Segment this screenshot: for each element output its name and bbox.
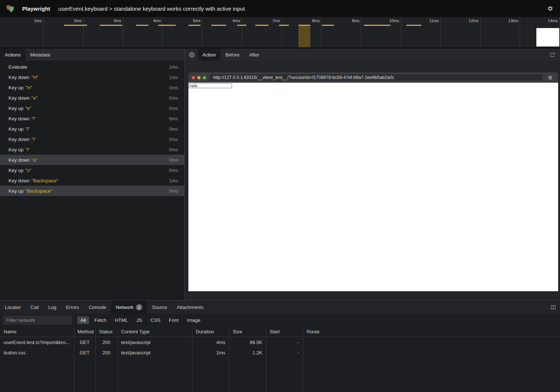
timeline-tick-label: 7ms (258, 18, 280, 23)
tab-action[interactable]: Action (198, 49, 221, 61)
open-snapshot-external-button[interactable] (547, 50, 557, 59)
network-cell: - (266, 350, 303, 355)
filter-chip-fetch[interactable]: Fetch (91, 316, 110, 324)
toggle-layout-button[interactable] (548, 303, 558, 312)
network-table: NameMethodStatusContent TypeDurationSize… (0, 326, 560, 392)
timeline-action-bar[interactable] (188, 25, 201, 26)
action-list-item[interactable]: Key up"l"0ms (0, 144, 184, 155)
action-title: Key up (8, 106, 23, 111)
filter-chip-js[interactable]: JS (133, 316, 145, 324)
filter-chip-html[interactable]: HTML (112, 316, 131, 324)
action-list-item[interactable]: Key up"o"0ms (0, 165, 184, 175)
tab-attachments[interactable]: Attachments (172, 300, 208, 314)
action-duration: 1ms (169, 75, 178, 80)
timeline-tick-label: 12ms (457, 18, 479, 23)
action-duration: 0ms (169, 95, 178, 101)
timeline-action-bar[interactable] (158, 25, 176, 26)
action-list-item[interactable]: Key up"l"0ms (0, 124, 184, 134)
timeline-action-bar[interactable] (406, 25, 421, 26)
network-filter-input[interactable] (3, 316, 72, 325)
film-strip-frame[interactable] (536, 28, 559, 47)
timeline-action-bar[interactable] (237, 25, 246, 26)
tab-console[interactable]: Console (84, 300, 111, 314)
settings-button[interactable] (545, 4, 555, 13)
timeline-action-bar[interactable] (211, 25, 226, 26)
timeline-action-bar[interactable] (64, 25, 87, 26)
timeline-action-bar[interactable] (100, 25, 122, 26)
timeline-tick: 13ms (520, 17, 520, 47)
action-key-value: "o" (25, 168, 31, 173)
action-key-value: "e" (31, 95, 37, 101)
filter-chip-all[interactable]: All (77, 316, 89, 324)
action-list-item[interactable]: Key down"Backspace"1ms (0, 175, 184, 186)
bottom-tab-label: Locator (5, 305, 21, 310)
timeline-action-bar[interactable] (364, 25, 390, 26)
action-list-item[interactable]: Key down"l"0ms (0, 113, 184, 124)
timeline-tick-label: 10ms (377, 18, 399, 23)
action-title: Key up (8, 147, 23, 152)
timeline-action-bar[interactable] (255, 25, 269, 26)
tab-network[interactable]: Network2 (111, 300, 147, 314)
tab-metadata[interactable]: Metadata (25, 49, 55, 61)
action-title: Key down (8, 137, 30, 142)
timeline-tick: 11ms (440, 17, 441, 47)
bottom-tab-label: Network (116, 305, 134, 310)
network-cell: 86.5K (229, 340, 266, 345)
actions-tab-strip: ActionsMetadata (0, 49, 184, 61)
bottom-tab-label: Log (48, 305, 57, 310)
tab-before[interactable]: Before (221, 49, 244, 61)
tab-after[interactable]: After (244, 49, 264, 61)
timeline-tick: 5ms (202, 17, 202, 47)
browser-menu-button (545, 73, 555, 82)
timeline-tick-label: 4ms (139, 18, 161, 23)
action-list-item[interactable]: Key down"o"0ms (0, 155, 184, 165)
timeline-action-bar[interactable] (136, 25, 148, 26)
action-duration: 0ms (169, 85, 178, 90)
action-list-item[interactable]: Evaluate1ms (0, 62, 184, 72)
tab-call[interactable]: Call (25, 300, 43, 314)
network-cell: 4ms (192, 340, 229, 345)
network-cell: 200 (95, 350, 117, 355)
tab-log[interactable]: Log (44, 300, 61, 314)
tab-errors[interactable]: Errors (61, 300, 83, 314)
tab-actions[interactable]: Actions (0, 49, 25, 61)
action-duration: 0ms (169, 106, 178, 111)
snapshot-text-input[interactable] (189, 83, 232, 88)
bottom-tab-bar: LocatorCallLogErrorsConsoleNetwork2Sourc… (0, 300, 560, 314)
filter-chip-image[interactable]: Image (184, 316, 204, 324)
timeline[interactable]: 1ms2ms3ms4ms5ms6ms7ms8ms9ms10ms11ms12ms1… (0, 17, 560, 49)
action-list-item[interactable]: Key up"H"0ms (0, 82, 184, 93)
action-list-item[interactable]: Key up"Backspace"0ms (0, 186, 184, 196)
action-duration: 0ms (169, 188, 178, 194)
pick-locator-button[interactable] (187, 50, 197, 59)
tab-locator[interactable]: Locator (0, 300, 25, 314)
close-dot-icon (192, 76, 195, 79)
tab-source[interactable]: Source (147, 300, 172, 314)
timeline-tick: 6ms (242, 17, 242, 47)
action-duration: 0ms (169, 157, 178, 163)
action-duration: 0ms (169, 147, 178, 152)
timeline-action-bar[interactable] (322, 25, 334, 26)
browser-snapshot: http://127.0.0.1:63315/__vitest_test__/?… (188, 72, 558, 291)
timeline-selected-action-bar[interactable] (298, 25, 310, 47)
network-cell: text/javascript (117, 340, 192, 345)
snapshot-url: http://127.0.0.1:63315/__vitest_test__/?… (213, 75, 394, 80)
action-list-item[interactable]: Key down"l"0ms (0, 134, 184, 144)
action-list-item[interactable]: Key down"e"0ms (0, 93, 184, 103)
network-cell: - (266, 340, 303, 345)
network-filter-chips: AllFetchHTMLJSCSSFontImage (77, 316, 204, 324)
network-row[interactable]: button.cssGET200text/javascript1ms1.2K- (0, 347, 560, 358)
action-duration: 0ms (169, 116, 178, 121)
network-row[interactable]: userEvent.test.ts?import&bro...GET200tex… (0, 337, 560, 347)
column-header-content-type: Content Type (117, 329, 192, 334)
network-cell: GET (74, 350, 95, 355)
action-list-item[interactable]: Key down"H"1ms (0, 72, 184, 82)
filter-chip-font[interactable]: Font (165, 316, 182, 324)
timeline-action-bar[interactable] (279, 25, 289, 26)
bottom-tab-label: Source (152, 305, 167, 310)
top-bar: Playwright userEvent.keyboard > standalo… (0, 0, 560, 17)
action-duration: 0ms (169, 137, 178, 142)
filter-chip-css[interactable]: CSS (147, 316, 164, 324)
action-list-item[interactable]: Key up"e"0ms (0, 103, 184, 113)
bottom-panel: LocatorCallLogErrorsConsoleNetwork2Sourc… (0, 300, 560, 392)
